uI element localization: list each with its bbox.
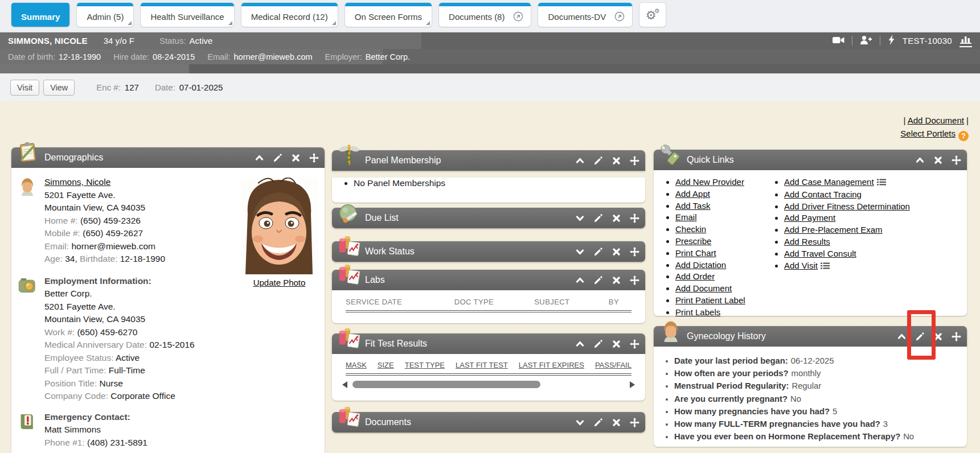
tab-on-screen-forms[interactable]: On Screen Forms bbox=[345, 3, 432, 27]
portlet-header-labs[interactable]: Labs bbox=[332, 270, 645, 290]
quick-link[interactable]: Add Driver Fitness Determination bbox=[784, 201, 910, 211]
move-icon[interactable] bbox=[630, 275, 639, 285]
move-icon[interactable] bbox=[630, 247, 639, 257]
close-icon[interactable] bbox=[612, 156, 621, 166]
sort-column-mask[interactable]: MASK bbox=[346, 361, 367, 369]
quick-link[interactable]: Add Dictation bbox=[675, 260, 726, 270]
move-icon[interactable] bbox=[309, 153, 319, 163]
quick-link[interactable]: Add Case Management bbox=[784, 177, 874, 187]
help-icon[interactable]: ? bbox=[958, 131, 969, 141]
edit-icon[interactable] bbox=[273, 153, 282, 163]
quick-link[interactable]: Print Labels bbox=[675, 307, 720, 317]
move-icon[interactable] bbox=[630, 418, 639, 427]
quick-link[interactable]: Add Pre-Placement Exam bbox=[784, 225, 883, 234]
portlet-header-gynecology[interactable]: Gynecology History bbox=[654, 326, 967, 347]
close-icon[interactable] bbox=[612, 275, 621, 285]
sort-column-last-fit-test[interactable]: LAST FIT TEST bbox=[456, 361, 508, 369]
tab-summary[interactable]: Summary bbox=[11, 3, 69, 27]
edit-icon[interactable] bbox=[593, 156, 603, 166]
quick-link[interactable]: Print Chart bbox=[675, 248, 716, 258]
add-person-icon[interactable] bbox=[860, 35, 872, 47]
quick-link[interactable]: Add Contact Tracing bbox=[784, 190, 862, 199]
edit-icon[interactable] bbox=[593, 275, 603, 285]
patient-id: TEST-10030 bbox=[903, 36, 952, 46]
collapse-icon[interactable] bbox=[915, 155, 925, 165]
select-portlets-link[interactable]: Select Portlets bbox=[900, 129, 956, 138]
portlet-header-documents[interactable]: Documents bbox=[332, 412, 645, 433]
move-icon[interactable] bbox=[630, 339, 639, 349]
quick-link[interactable]: Add Visit bbox=[784, 261, 818, 270]
edit-icon[interactable] bbox=[915, 332, 925, 341]
sort-column-test-type[interactable]: TEST TYPE bbox=[405, 361, 445, 369]
portlet-header-panel-membership[interactable]: Panel Membership bbox=[332, 150, 645, 171]
list-icon[interactable] bbox=[821, 261, 830, 273]
expand-icon[interactable] bbox=[575, 418, 585, 427]
tab-medical-record[interactable]: Medical Record (12) bbox=[241, 3, 338, 27]
collapse-icon[interactable] bbox=[575, 156, 585, 166]
sort-column-last-fit-expires[interactable]: LAST FIT EXPIRES bbox=[519, 361, 584, 369]
tab-health-surveillance[interactable]: Health Surveillance bbox=[141, 3, 233, 27]
close-icon[interactable] bbox=[612, 213, 621, 223]
portlet-header-demographics[interactable]: Demographics bbox=[11, 147, 325, 168]
close-icon[interactable] bbox=[933, 155, 943, 165]
portlet-header-quick-links[interactable]: Quick Links bbox=[654, 150, 967, 170]
sort-column-pass-fail[interactable]: PASS/FAIL bbox=[595, 361, 632, 369]
edit-icon[interactable] bbox=[593, 339, 603, 349]
portlet-header-work-status[interactable]: Work Status bbox=[332, 241, 645, 262]
edit-icon[interactable] bbox=[593, 213, 603, 223]
update-photo-link[interactable]: Update Photo bbox=[253, 278, 306, 287]
employer-value: Better Corp. bbox=[366, 52, 410, 61]
edit-icon[interactable] bbox=[593, 247, 603, 257]
tab-settings-button[interactable]: ⚙⚙ bbox=[639, 3, 666, 27]
close-icon[interactable] bbox=[612, 418, 621, 427]
quick-link[interactable]: Add Appt bbox=[675, 189, 710, 199]
visit-button[interactable]: Visit bbox=[10, 80, 39, 96]
video-camera-icon[interactable] bbox=[833, 35, 844, 47]
scroll-right-arrow[interactable] bbox=[630, 381, 635, 388]
move-icon[interactable] bbox=[630, 156, 639, 166]
expand-icon[interactable] bbox=[575, 213, 585, 223]
move-icon[interactable] bbox=[952, 332, 961, 341]
lightning-bolt-icon[interactable] bbox=[888, 35, 895, 47]
view-button[interactable]: View bbox=[43, 80, 75, 96]
scroll-left-arrow[interactable] bbox=[342, 381, 347, 388]
quick-link[interactable]: Email bbox=[675, 212, 697, 222]
sort-column-size[interactable]: SIZE bbox=[378, 361, 394, 369]
quick-link[interactable]: Add Results bbox=[784, 237, 830, 246]
popout-icon[interactable] bbox=[510, 9, 526, 24]
quick-link[interactable]: Add Travel Consult bbox=[784, 249, 856, 258]
quick-link[interactable]: Prescribe bbox=[675, 236, 711, 246]
close-icon[interactable] bbox=[612, 247, 621, 257]
tab-documents-dv[interactable]: Documents-DV bbox=[538, 12, 612, 22]
scrollbar-thumb[interactable] bbox=[352, 381, 540, 388]
close-icon[interactable] bbox=[933, 332, 943, 341]
move-icon[interactable] bbox=[630, 213, 639, 223]
tab-admin[interactable]: Admin (5) bbox=[77, 3, 133, 27]
close-icon[interactable] bbox=[291, 153, 301, 163]
move-icon[interactable] bbox=[952, 155, 961, 165]
collapse-icon[interactable] bbox=[255, 153, 264, 163]
portlet-header-fit-test[interactable]: Fit Test Results bbox=[332, 333, 645, 354]
quick-link[interactable]: Add Order bbox=[675, 271, 715, 281]
quick-link[interactable]: Checkin bbox=[675, 224, 706, 234]
quick-link[interactable]: Add Document bbox=[675, 283, 732, 293]
edit-icon[interactable] bbox=[593, 418, 603, 427]
horizontal-scrollbar[interactable] bbox=[346, 381, 632, 389]
quick-link[interactable]: Print Patient Label bbox=[675, 295, 745, 305]
tab-documents[interactable]: Documents (8) bbox=[439, 12, 510, 22]
patient-name-link[interactable]: Simmons, Nicole bbox=[44, 177, 110, 187]
portlet-header-due-list[interactable]: Due List bbox=[332, 208, 645, 228]
list-icon[interactable] bbox=[877, 177, 886, 189]
expand-icon[interactable] bbox=[575, 247, 585, 257]
quick-link[interactable]: Add Payment bbox=[784, 213, 835, 223]
collapse-icon[interactable] bbox=[897, 332, 907, 341]
add-document-link[interactable]: Add Document bbox=[908, 116, 964, 125]
collapse-icon[interactable] bbox=[575, 275, 585, 285]
flowsheet-chart-icon[interactable] bbox=[960, 35, 972, 47]
quick-link[interactable]: Add New Provider bbox=[675, 177, 744, 187]
popout-icon[interactable] bbox=[612, 9, 627, 24]
collapse-icon[interactable] bbox=[575, 339, 585, 349]
quick-link[interactable]: Add Task bbox=[675, 201, 710, 211]
close-icon[interactable] bbox=[612, 339, 621, 349]
emergency-contact-section: Emergency Contact: Matt Simmons Phone #1… bbox=[11, 411, 325, 450]
